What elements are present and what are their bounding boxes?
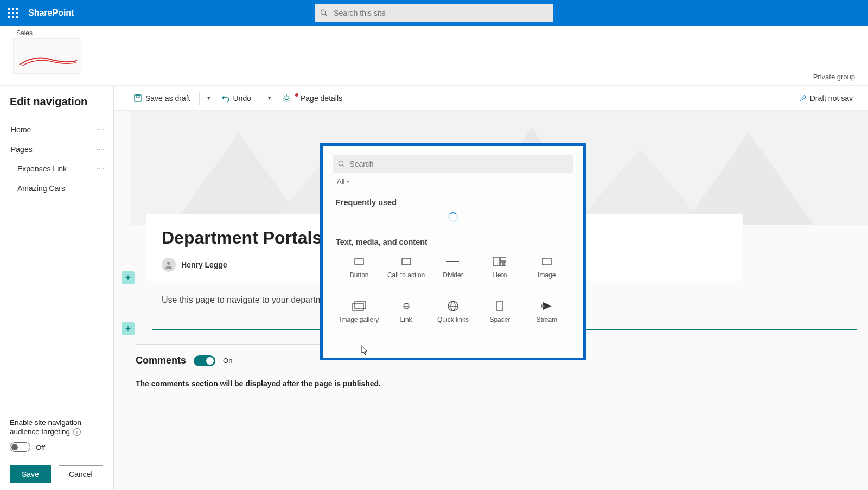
more-icon[interactable]: ··· xyxy=(96,125,105,135)
separator xyxy=(199,92,200,105)
author-name[interactable]: Henry Legge xyxy=(181,260,227,269)
svg-rect-11 xyxy=(135,95,141,101)
webpart-image[interactable]: Image xyxy=(524,252,570,293)
webpart-quick-links[interactable]: Quick links xyxy=(430,296,476,338)
svg-point-20 xyxy=(167,262,170,265)
webpart-hero[interactable]: Hero xyxy=(476,252,523,293)
nav-item-home[interactable]: Home ··· xyxy=(10,120,106,139)
svg-rect-6 xyxy=(8,16,10,18)
edit-icon xyxy=(799,94,807,102)
svg-rect-29 xyxy=(504,262,506,266)
toggle-state-label: Off xyxy=(36,443,45,451)
svg-rect-28 xyxy=(500,262,503,266)
site-header: Sales Private group xyxy=(0,26,868,86)
svg-point-21 xyxy=(339,161,343,166)
svg-rect-31 xyxy=(353,303,363,310)
svg-point-9 xyxy=(321,10,326,15)
search-icon xyxy=(320,9,328,17)
nav-item-label: Expenses Link xyxy=(17,164,67,173)
divider-icon xyxy=(446,260,459,263)
page-command-bar: Save as draft ▾ Undo ▾ Page details Draf… xyxy=(114,86,868,111)
search-icon xyxy=(338,160,345,168)
app-name: SharePoint xyxy=(28,8,74,18)
webpart-link[interactable]: Link xyxy=(382,296,429,338)
draft-status: Draft not sav xyxy=(799,94,853,103)
loading-spinner-icon xyxy=(448,212,458,222)
svg-rect-26 xyxy=(493,257,499,266)
svg-point-13 xyxy=(285,97,288,100)
edit-navigation-panel: Edit navigation Home ··· Pages ··· Expen… xyxy=(0,86,114,490)
page-canvas: Department Portals Henry Legge + Use thi… xyxy=(114,111,868,490)
nav-item-label: Amazing Cars xyxy=(17,184,65,193)
svg-rect-30 xyxy=(542,258,551,265)
save-icon xyxy=(133,94,142,103)
more-icon[interactable]: ··· xyxy=(96,144,105,154)
gallery-icon xyxy=(352,301,366,311)
stream-icon xyxy=(541,301,553,311)
svg-rect-12 xyxy=(136,95,139,97)
site-logo[interactable] xyxy=(13,38,81,74)
info-icon[interactable]: i xyxy=(73,428,81,436)
page-details-button[interactable]: Page details xyxy=(278,91,347,106)
webpart-stream[interactable]: Stream xyxy=(524,296,570,338)
svg-line-22 xyxy=(343,165,345,167)
webpart-call-to-action[interactable]: Call to action xyxy=(382,252,429,293)
comments-heading: Comments xyxy=(136,355,186,366)
nav-item-pages[interactable]: Pages ··· xyxy=(10,139,106,159)
add-section-button[interactable]: + xyxy=(122,322,135,335)
separator xyxy=(260,92,260,105)
add-section-button[interactable]: + xyxy=(122,271,135,284)
svg-rect-23 xyxy=(355,258,363,265)
svg-rect-0 xyxy=(8,8,10,10)
svg-rect-36 xyxy=(496,302,503,310)
picker-section-heading: Frequently used xyxy=(336,198,570,207)
svg-rect-3 xyxy=(8,12,10,14)
comments-toggle[interactable] xyxy=(194,355,215,366)
webpart-image-gallery[interactable]: Image gallery xyxy=(336,296,382,338)
more-icon[interactable]: ··· xyxy=(96,164,105,174)
svg-line-10 xyxy=(326,14,328,16)
image-icon xyxy=(542,258,552,265)
nav-item-expenses-link[interactable]: Expenses Link ··· xyxy=(10,159,106,179)
insertion-line xyxy=(152,329,320,330)
webpart-picker-popup: All ▾ Frequently used Text, media, and c… xyxy=(320,143,586,360)
audience-targeting-label: Enable site navigation audience targetin… xyxy=(10,418,106,437)
webpart-spacer[interactable]: Spacer xyxy=(476,296,523,338)
hero-icon xyxy=(493,257,506,266)
nav-item-amazing-cars[interactable]: Amazing Cars ··· xyxy=(10,179,106,198)
svg-rect-1 xyxy=(12,8,14,10)
link-icon xyxy=(399,302,413,310)
suite-search-input[interactable] xyxy=(334,9,548,17)
group-privacy-label: Private group xyxy=(813,73,855,81)
picker-category-filter[interactable]: All ▾ xyxy=(328,173,578,190)
gear-icon xyxy=(282,94,291,103)
save-split-chevron[interactable]: ▾ xyxy=(204,91,214,105)
site-name: Sales xyxy=(16,29,855,37)
edit-nav-heading: Edit navigation xyxy=(10,96,106,108)
svg-rect-27 xyxy=(500,257,506,261)
picker-search-input[interactable] xyxy=(349,160,568,168)
cta-icon xyxy=(401,258,411,265)
button-icon xyxy=(354,258,364,265)
undo-icon xyxy=(221,94,230,103)
suite-search-box[interactable] xyxy=(315,4,553,22)
undo-split-chevron[interactable]: ▾ xyxy=(265,91,275,105)
nav-item-label: Home xyxy=(11,125,31,134)
audience-targeting-toggle[interactable] xyxy=(10,442,30,452)
author-avatar[interactable] xyxy=(162,258,176,272)
spacer-icon xyxy=(496,301,503,311)
insertion-line xyxy=(564,329,857,330)
save-button[interactable]: Save xyxy=(10,465,51,483)
nav-item-label: Pages xyxy=(11,145,33,154)
undo-button[interactable]: Undo xyxy=(217,91,256,106)
webpart-divider[interactable]: Divider xyxy=(430,252,476,293)
cancel-button[interactable]: Cancel xyxy=(59,465,103,483)
comments-toggle-state: On xyxy=(223,357,232,365)
webpart-button[interactable]: Button xyxy=(336,252,382,293)
globe-icon xyxy=(447,300,459,312)
picker-section-heading: Text, media, and content xyxy=(336,238,570,246)
svg-rect-2 xyxy=(16,8,18,10)
save-as-draft-button[interactable]: Save as draft xyxy=(129,91,195,106)
app-launcher-button[interactable] xyxy=(0,0,26,26)
picker-search-box[interactable] xyxy=(333,155,573,173)
